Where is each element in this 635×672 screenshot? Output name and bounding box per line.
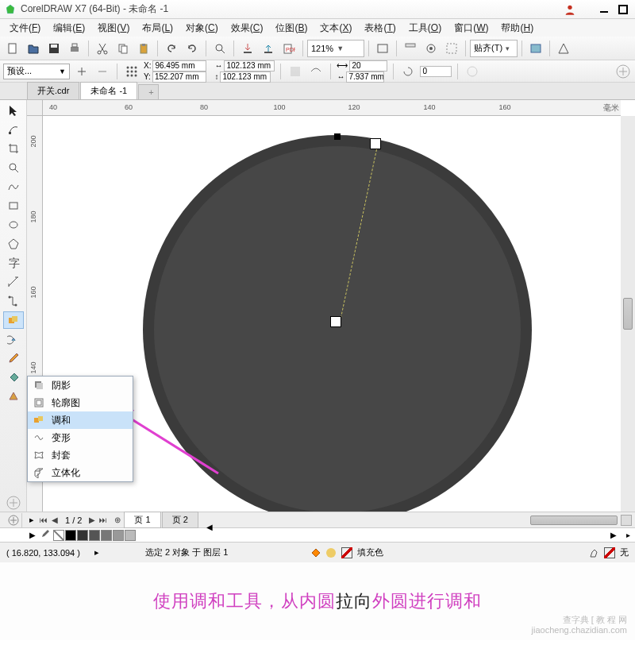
palette-swatch[interactable] <box>101 530 112 541</box>
inner-circle-shape[interactable] <box>154 146 521 513</box>
show-rulers-button[interactable] <box>401 39 420 58</box>
crop-tool[interactable] <box>3 140 24 157</box>
menu-layout[interactable]: 布局(L) <box>136 20 179 37</box>
connector-tool[interactable] <box>3 292 24 310</box>
import-button[interactable] <box>238 39 257 58</box>
publish-button[interactable]: PDF <box>279 39 298 58</box>
pick-tool[interactable] <box>3 102 24 119</box>
flyout-shadow[interactable]: 阴影 <box>28 377 133 394</box>
menu-help[interactable]: 帮助(H) <box>495 20 540 37</box>
next-page-button[interactable]: ▶ <box>87 514 98 527</box>
vertical-scrollbar[interactable] <box>621 116 635 512</box>
polygon-tool[interactable] <box>3 235 24 253</box>
horizontal-scroll-right[interactable] <box>621 515 632 526</box>
flyout-envelope[interactable]: 封套 <box>28 446 133 464</box>
blend-start-handle[interactable] <box>370 138 381 149</box>
more-options-button[interactable] <box>464 63 481 80</box>
rectangle-tool[interactable] <box>3 197 24 214</box>
freehand-tool[interactable] <box>3 178 24 195</box>
menu-table[interactable]: 表格(T) <box>358 20 402 37</box>
parallel-dim-tool[interactable] <box>3 273 24 291</box>
doc-tab-2[interactable]: 未命名 -1 <box>80 82 137 99</box>
minimize-button[interactable] <box>597 2 611 17</box>
flyout-blend[interactable]: 调和 <box>28 411 133 429</box>
eyedropper-icon[interactable] <box>38 529 52 541</box>
add-button[interactable] <box>614 63 632 80</box>
prev-page-button[interactable]: ◀ <box>49 514 60 527</box>
x-input[interactable] <box>152 60 206 71</box>
zoom-tool[interactable] <box>3 159 24 176</box>
options-button[interactable] <box>526 39 545 58</box>
redo-button[interactable] <box>183 39 202 58</box>
menu-bitmap[interactable]: 位图(B) <box>269 20 314 37</box>
palette-swatch[interactable] <box>77 530 88 541</box>
steps-input[interactable] <box>349 60 387 71</box>
new-button[interactable] <box>3 39 22 58</box>
flyout-contour[interactable]: 轮廓图 <box>28 394 133 411</box>
undo-button[interactable] <box>162 39 181 58</box>
menu-tools[interactable]: 工具(O) <box>402 20 448 37</box>
rotation-input[interactable] <box>420 66 452 77</box>
scrollbar-thumb[interactable] <box>623 298 633 330</box>
ruler-origin[interactable] <box>27 100 43 116</box>
text-tool[interactable]: 字 <box>3 254 24 272</box>
flyout-distort[interactable]: 变形 <box>28 429 133 446</box>
status-menu-icon[interactable]: ▸ <box>94 547 99 558</box>
blend-end-handle[interactable] <box>330 316 341 327</box>
print-button[interactable] <box>65 39 84 58</box>
blend-loop-button[interactable] <box>307 63 325 80</box>
cut-button[interactable] <box>93 39 112 58</box>
palette-swatch[interactable] <box>113 530 124 541</box>
open-button[interactable] <box>24 39 43 58</box>
doc-tab-1[interactable]: 开关.cdr <box>27 82 79 99</box>
menu-edit[interactable]: 编辑(E) <box>47 20 91 37</box>
page-tab-1[interactable]: 页 1 <box>124 512 160 528</box>
y-input[interactable] <box>152 71 206 83</box>
height-input[interactable] <box>220 71 271 83</box>
paste-button[interactable] <box>134 39 153 58</box>
menu-object[interactable]: 对象(C) <box>179 20 225 37</box>
page-tab-2[interactable]: 页 2 <box>162 512 198 528</box>
first-page-button[interactable]: ⏮ <box>38 514 49 527</box>
horizontal-scrollbar-thumb[interactable] <box>530 516 618 525</box>
flyout-extrude[interactable]: 立体化 <box>28 464 133 481</box>
width-input[interactable] <box>224 60 275 71</box>
show-guides-button[interactable] <box>442 39 461 58</box>
add-tab-button[interactable]: + <box>138 84 159 99</box>
fullscreen-button[interactable] <box>373 39 392 58</box>
palette-right-button[interactable]: ▶ <box>606 531 622 539</box>
palette-swatch-none[interactable] <box>53 530 64 541</box>
effects-tool[interactable] <box>3 311 24 329</box>
zoom-combo[interactable]: 121% ▼ <box>307 40 364 57</box>
palette-left-button[interactable]: ▶ <box>27 531 38 539</box>
export-button[interactable] <box>259 39 278 58</box>
blend-direct-button[interactable] <box>287 63 304 80</box>
expand-toolbox-button[interactable] <box>3 494 24 512</box>
menu-text[interactable]: 文本(X) <box>314 20 358 37</box>
add-page-after-button[interactable]: ⊕ <box>112 514 123 527</box>
preset-add-button[interactable] <box>73 63 90 80</box>
palette-swatch[interactable] <box>89 530 100 541</box>
show-grid-button[interactable] <box>421 39 441 58</box>
maximize-button[interactable] <box>616 2 630 17</box>
user-icon[interactable] <box>564 3 576 16</box>
search-button[interactable] <box>210 39 229 58</box>
launch-button[interactable] <box>554 39 573 58</box>
palette-swatch[interactable] <box>65 530 76 541</box>
smart-fill-tool[interactable] <box>3 388 24 405</box>
horizontal-ruler[interactable]: 毫米 40 60 80 100 120 140 160 <box>43 100 621 116</box>
fill-tool[interactable] <box>3 369 24 386</box>
preset-combo[interactable]: 预设... ▼ <box>3 64 70 79</box>
eyedropper-tool[interactable] <box>3 350 24 367</box>
palette-swatch[interactable] <box>125 530 136 541</box>
transparency-tool[interactable] <box>3 330 24 348</box>
palette-more-button[interactable]: ▸ <box>622 531 635 539</box>
copy-button[interactable] <box>114 39 133 58</box>
add-page-button[interactable] <box>5 513 22 527</box>
shape-tool[interactable] <box>3 121 24 138</box>
ellipse-tool[interactable] <box>3 216 24 234</box>
preset-remove-button[interactable] <box>94 63 111 80</box>
save-button[interactable] <box>44 39 64 58</box>
dist-input[interactable] <box>346 71 384 83</box>
last-page-button[interactable]: ⏭ <box>98 514 109 527</box>
